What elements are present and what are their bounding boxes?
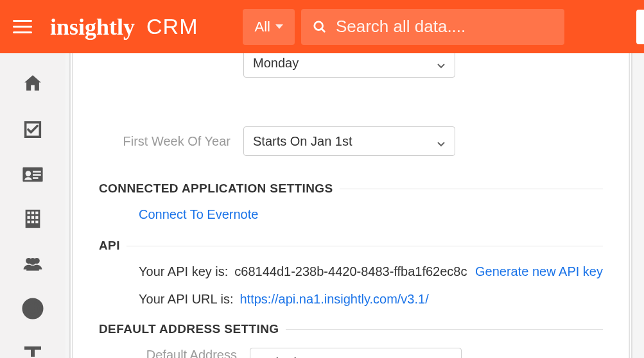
scope-dropdown-label: All: [254, 19, 270, 35]
leads-icon[interactable]: [21, 254, 44, 273]
body: Monday First Week Of Year Starts On Jan …: [0, 53, 644, 358]
svg-point-22: [31, 307, 35, 311]
api-url-link[interactable]: https://api.na1.insightly.com/v3.1/: [239, 292, 428, 307]
svg-rect-13: [35, 216, 38, 219]
first-day-select[interactable]: Monday: [243, 53, 455, 78]
api-key-value: c68144d1-238b-4420-8483-ffba1f62ec8c: [234, 264, 467, 279]
svg-rect-4: [33, 171, 41, 173]
svg-point-19: [30, 258, 37, 265]
connected-apps-header: CONNECTED APPLICATION SETTINGS: [99, 182, 603, 196]
first-week-row: First Week Of Year Starts On Jan 1st: [99, 126, 603, 156]
brand[interactable]: insightly CRM: [50, 13, 198, 40]
svg-rect-12: [31, 216, 34, 219]
default-address-row: Default Address Country United States: [99, 348, 603, 358]
api-key-row: Your API key is: c68144d1-238b-4420-8483…: [139, 264, 603, 279]
target-icon[interactable]: [21, 297, 44, 320]
divider: [340, 189, 603, 189]
svg-rect-14: [28, 221, 30, 223]
api-url-row: Your API URL is: https://api.na1.insight…: [139, 292, 603, 307]
first-week-select-value: Starts On Jan 1st: [253, 134, 352, 149]
scope-dropdown[interactable]: All: [243, 9, 294, 45]
api-url-label: Your API URL is:: [139, 292, 233, 307]
first-week-label: First Week Of Year: [99, 134, 243, 149]
api-header: API: [99, 239, 603, 253]
divider: [286, 329, 604, 330]
svg-point-3: [26, 171, 31, 176]
chevron-down-icon: [437, 137, 446, 146]
main-area: Monday First Week Of Year Starts On Jan …: [65, 53, 644, 358]
api-key-label: Your API key is:: [139, 264, 228, 279]
svg-line-1: [322, 28, 325, 31]
app-header: insightly CRM All: [0, 0, 644, 53]
organizations-icon[interactable]: [21, 208, 44, 230]
brand-name: insightly: [50, 13, 135, 40]
first-week-select[interactable]: Starts On Jan 1st: [243, 126, 455, 156]
menu-icon[interactable]: [13, 17, 32, 37]
svg-rect-9: [31, 212, 34, 214]
default-address-select-value: United States: [259, 355, 336, 359]
header-right-stub: [636, 10, 644, 44]
svg-rect-11: [28, 216, 30, 219]
search-input[interactable]: [336, 17, 553, 37]
default-address-header: DEFAULT ADDRESS SETTING: [99, 322, 603, 336]
hammer-icon[interactable]: [21, 339, 44, 358]
connect-evernote-row: Connect To Evernote: [139, 207, 603, 222]
panel-edge-right: [629, 53, 632, 358]
generate-api-key-link[interactable]: Generate new API key: [475, 264, 603, 279]
caret-down-icon: [275, 24, 283, 29]
first-day-row: Monday: [99, 53, 603, 78]
tasks-icon[interactable]: [21, 119, 44, 141]
svg-rect-10: [35, 212, 38, 214]
svg-rect-5: [33, 174, 41, 176]
api-title: API: [99, 239, 120, 253]
svg-rect-8: [28, 212, 30, 214]
svg-rect-15: [31, 221, 34, 223]
settings-panel: Monday First Week Of Year Starts On Jan …: [73, 53, 629, 358]
product-name: CRM: [146, 14, 198, 39]
svg-rect-6: [33, 177, 39, 179]
left-sidebar: [0, 53, 65, 358]
connected-apps-title: CONNECTED APPLICATION SETTINGS: [99, 182, 333, 196]
search-icon: [313, 20, 327, 34]
chevron-down-icon: [437, 58, 446, 67]
connect-evernote-link[interactable]: Connect To Evernote: [139, 207, 258, 221]
default-address-title: DEFAULT ADDRESS SETTING: [99, 322, 279, 336]
first-day-select-value: Monday: [253, 56, 299, 71]
default-address-label: Default Address Country: [99, 348, 250, 358]
home-icon[interactable]: [21, 72, 44, 94]
svg-rect-16: [35, 221, 38, 223]
default-address-select[interactable]: United States: [250, 348, 462, 358]
contacts-icon[interactable]: [21, 165, 44, 183]
divider: [126, 246, 603, 246]
search-box[interactable]: [301, 9, 564, 45]
